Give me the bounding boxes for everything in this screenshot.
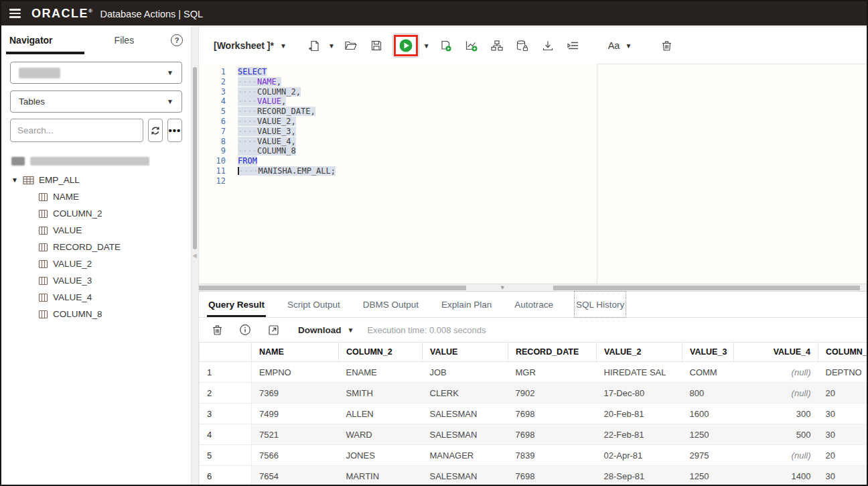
code-line[interactable]: ····VALUE_4, (238, 137, 867, 147)
cell-column_2[interactable]: WARD (339, 424, 423, 445)
cell-column_8[interactable]: 30 (818, 404, 867, 424)
tab-sql-history[interactable]: SQL History (575, 292, 626, 317)
code-line[interactable]: ····VALUE, (238, 97, 867, 107)
download-button[interactable]: Download ▼ (298, 325, 354, 335)
cell-column_2[interactable]: MARTIN (339, 466, 423, 485)
tree-root-redacted[interactable] (11, 153, 191, 170)
cell-value_3[interactable]: 800 (682, 383, 734, 404)
tree-item-emp-all[interactable]: ▼ EMP_ALL (11, 172, 191, 188)
explain-plan-button[interactable] (461, 36, 482, 56)
cell-column_2[interactable]: ALLEN (339, 404, 423, 424)
cell-value[interactable]: JOB (423, 362, 508, 383)
object-type-dropdown[interactable]: Tables ▼ (10, 90, 182, 113)
save-button[interactable] (366, 36, 387, 56)
column-header-name[interactable]: NAME (252, 343, 339, 362)
info-button[interactable] (238, 322, 252, 337)
cell-value_2[interactable]: 28-Sep-81 (597, 466, 682, 485)
cell-column_8[interactable]: 20 (818, 445, 867, 466)
chevron-down-icon[interactable]: ▼ (328, 42, 335, 50)
tab-query-result[interactable]: Query Result (207, 292, 266, 317)
cell-value_3[interactable]: 1250 (682, 424, 734, 445)
open-in-new-window-button[interactable] (266, 322, 281, 337)
open-file-button[interactable] (340, 36, 362, 56)
collapse-results-arrow[interactable]: ▼ (500, 284, 506, 291)
cell-record_date[interactable]: MGR (508, 362, 597, 383)
cell-name[interactable]: 7499 (252, 404, 339, 424)
run-button[interactable] (394, 35, 418, 56)
code-line[interactable] (238, 176, 867, 186)
cell-name[interactable]: 7654 (252, 466, 339, 485)
cell-name[interactable]: 7369 (252, 383, 339, 404)
splitter-thumb[interactable] (553, 286, 860, 290)
tab-files[interactable]: Files (115, 35, 135, 46)
refresh-button[interactable] (148, 119, 163, 142)
tree-column-column_8[interactable]: COLUMN_8 (11, 306, 191, 322)
tab-autotrace[interactable]: Autotrace (513, 292, 555, 317)
table-row[interactable]: 27369SMITHCLERK790217-Dec-80800(null)20 (200, 383, 867, 404)
cell-record_date[interactable]: 7698 (508, 404, 597, 424)
cell-name[interactable]: 7521 (252, 424, 339, 445)
tab-explain-plan[interactable]: Explain Plan (440, 292, 493, 317)
cell-name[interactable]: EMPNO (252, 362, 339, 383)
code-line[interactable]: ····VALUE_3, (238, 127, 867, 137)
table-row[interactable]: 37499ALLENSALESMAN769820-Feb-81160030030 (200, 404, 867, 424)
splitter-thumb[interactable] (193, 67, 197, 249)
cell-column_8[interactable]: 30 (818, 466, 867, 485)
splitter-thumb[interactable] (199, 286, 466, 290)
cell-record_date[interactable]: 7902 (508, 383, 597, 404)
table-row[interactable]: 47521WARDSALESMAN769822-Feb-81125050030 (200, 424, 867, 445)
cell-record_date[interactable]: 7698 (508, 466, 597, 485)
new-worksheet-button[interactable] (304, 36, 326, 56)
search-input[interactable] (10, 119, 143, 142)
cell-value[interactable]: SALESMAN (423, 424, 508, 445)
cell-column_2[interactable]: JONES (339, 445, 423, 466)
cell-value_3[interactable]: COMM (682, 362, 734, 383)
autotrace-button[interactable] (486, 36, 508, 56)
schema-dropdown[interactable]: ▼ (10, 62, 182, 84)
cell-value_3[interactable]: 2975 (682, 445, 734, 466)
tree-column-value_3[interactable]: VALUE_3 (11, 272, 191, 289)
collapse-sidebar-arrow[interactable]: ◀ (192, 252, 197, 259)
worksheet-selector[interactable]: [Worksheet ]* ▼ (214, 40, 287, 51)
help-icon[interactable]: ? (171, 34, 183, 46)
code-line[interactable]: SELECT (238, 67, 867, 77)
tree-column-value_4[interactable]: VALUE_4 (11, 289, 191, 306)
discard-results-button[interactable] (210, 322, 224, 337)
column-header-column_2[interactable]: COLUMN_2 (339, 343, 423, 362)
download-worksheet-button[interactable] (537, 36, 559, 56)
cell-value[interactable]: MANAGER (423, 445, 508, 466)
cell-value_3[interactable]: 1600 (682, 404, 734, 424)
column-header-value_3[interactable]: VALUE_3 (682, 343, 734, 362)
hamburger-menu-icon[interactable] (9, 9, 21, 18)
caret-down-icon[interactable]: ▼ (11, 176, 18, 184)
sql-editor[interactable]: 123456789101112 SELECT····NAME,····COLUM… (199, 64, 867, 284)
column-header-value_4[interactable]: VALUE_4 (734, 343, 818, 362)
cell-column_8[interactable]: 20 (818, 383, 867, 404)
code-line[interactable]: ····NAME, (238, 77, 867, 87)
data-load-button[interactable] (512, 36, 533, 56)
cell-column_2[interactable]: ENAME (339, 362, 423, 383)
tree-column-value_2[interactable]: VALUE_2 (11, 255, 191, 272)
cell-name[interactable]: 7566 (252, 445, 339, 466)
code-line[interactable]: ····VALUE_2, (238, 117, 867, 127)
cell-record_date[interactable]: 7698 (508, 424, 597, 445)
tree-column-record_date[interactable]: RECORD_DATE (11, 239, 191, 255)
cell-value_3[interactable]: 1250 (682, 466, 734, 485)
cell-value_2[interactable]: 20-Feb-81 (597, 404, 682, 424)
cell-value_4[interactable]: 1400 (734, 466, 818, 485)
cell-value_4[interactable]: (null) (734, 445, 818, 466)
cell-value_4[interactable]: (null) (734, 362, 818, 383)
cell-value_2[interactable]: 22-Feb-81 (597, 424, 682, 445)
code-line[interactable]: ····MANISHA.EMP_ALL; (238, 166, 867, 176)
cell-value_2[interactable]: HIREDATE SAL (597, 362, 682, 383)
code-line[interactable]: ····COLUMN_2, (238, 87, 867, 97)
cell-value_4[interactable]: 300 (734, 404, 818, 424)
tab-script-output[interactable]: Script Output (286, 292, 342, 317)
clear-worksheet-button[interactable] (656, 36, 677, 56)
cell-value_4[interactable]: 500 (734, 424, 818, 445)
cell-column_2[interactable]: SMITH (339, 383, 423, 404)
results-splitter[interactable]: ▼ (199, 284, 867, 292)
cell-value[interactable]: SALESMAN (423, 404, 508, 424)
cell-record_date[interactable]: 7839 (508, 445, 597, 466)
sql-code-area[interactable]: SELECT····NAME,····COLUMN_2,····VALUE,··… (234, 64, 867, 284)
